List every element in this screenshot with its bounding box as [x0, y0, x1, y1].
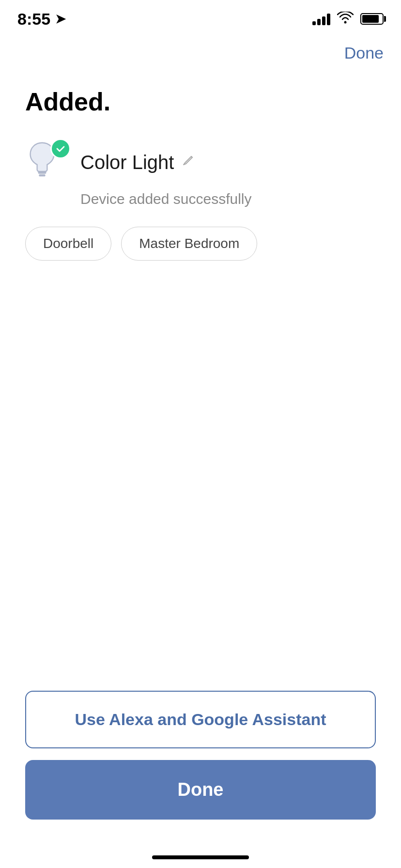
device-icon-wrapper [25, 140, 69, 184]
device-subtitle: Device added successfully [80, 191, 376, 207]
svg-rect-1 [38, 171, 46, 174]
alexa-google-button[interactable]: Use Alexa and Google Assistant [25, 691, 376, 748]
wifi-icon [337, 12, 354, 26]
svg-point-0 [344, 21, 347, 24]
location-arrow-icon: ➤ [55, 12, 66, 27]
device-name: Color Light [80, 152, 174, 173]
room-tag-doorbell[interactable]: Doorbell [25, 227, 111, 261]
signal-icon [312, 13, 330, 25]
status-bar: 8:55 ➤ [0, 0, 401, 34]
battery-icon [360, 13, 384, 25]
room-tags: Doorbell Master Bedroom [25, 227, 376, 261]
edit-icon[interactable] [182, 154, 195, 171]
device-row: Color Light [25, 140, 376, 184]
done-button[interactable]: Done [25, 760, 376, 820]
status-icons [312, 12, 384, 26]
svg-rect-2 [39, 174, 45, 177]
main-content: Added. Color L [0, 34, 401, 261]
status-time: 8:55 ➤ [17, 10, 66, 29]
room-tag-master-bedroom[interactable]: Master Bedroom [121, 227, 257, 261]
device-card: Color Light Device added successfully [25, 140, 376, 207]
device-info: Color Light [80, 152, 195, 173]
time-display: 8:55 [17, 10, 50, 29]
bottom-section: Use Alexa and Google Assistant Done [25, 691, 376, 820]
top-done-button[interactable]: Done [344, 44, 384, 62]
home-indicator [152, 855, 249, 859]
added-title: Added. [25, 87, 376, 116]
device-name-row: Color Light [80, 152, 195, 173]
success-badge [50, 139, 71, 159]
